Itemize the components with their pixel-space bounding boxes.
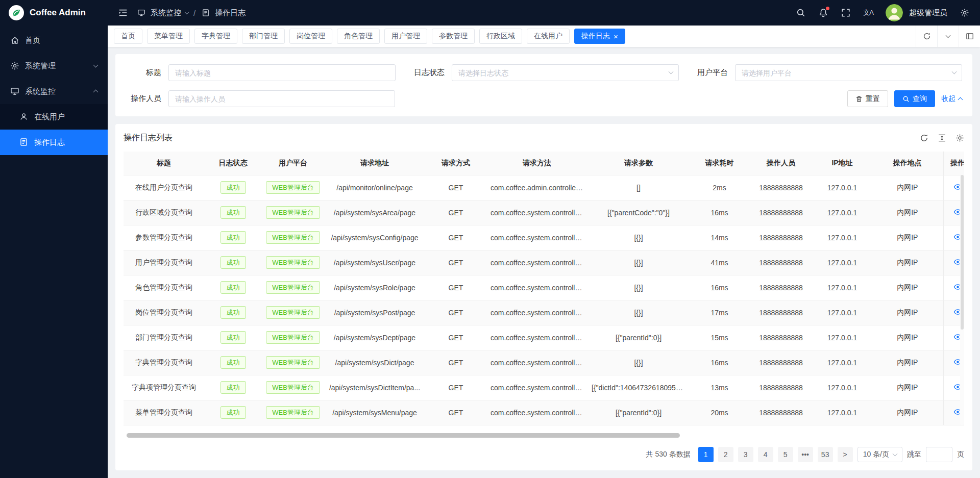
cell-location: 内网IP (872, 250, 943, 275)
cell-request-url: /api/system/sysConfig/page (324, 225, 425, 250)
tab-item[interactable]: 部门管理 (242, 29, 285, 44)
tab-close-icon[interactable]: × (614, 33, 618, 40)
next-page-button[interactable]: > (838, 447, 853, 462)
page-size-select[interactable]: 10 条/页 (857, 447, 902, 462)
vertical-scrollbar[interactable] (960, 175, 964, 425)
table-row: 菜单管理分页查询 成功 WEB管理后台 /api/system/sysMenu/… (124, 400, 964, 425)
cell-request-function: com.coffee.system.controlle... (486, 325, 587, 350)
column-header: 请求地址 (324, 152, 425, 175)
column-header: 请求方法 (486, 152, 587, 175)
page-number-button[interactable]: 5 (778, 447, 793, 462)
cell-request-function: com.coffee.system.controlle... (486, 350, 587, 375)
cell-operator: 18888888888 (749, 325, 813, 350)
log-table: 标题日志状态用户平台请求地址请求方式请求方法请求参数请求耗时操作人员IP地址操作… (124, 152, 964, 425)
page-number-button[interactable]: 3 (738, 447, 753, 462)
page-number-button[interactable]: 4 (758, 447, 773, 462)
horizontal-scrollbar[interactable] (125, 433, 963, 438)
tab-item[interactable]: 字典管理 (194, 29, 237, 44)
user-icon (19, 112, 29, 121)
notification-bell-icon[interactable] (818, 8, 828, 18)
sidebar-item-system-management[interactable]: 系统管理 (0, 53, 108, 79)
search-button[interactable]: 查询 (894, 90, 935, 107)
title-input[interactable] (168, 64, 396, 81)
tab-item[interactable]: 菜单管理 (147, 29, 190, 44)
sidebar-item-label: 操作日志 (34, 138, 65, 147)
tab-bar: 首页 菜单管理 字典管理 部门管理 岗位管理 角色管理 用户管理 参数管理 行政… (108, 26, 980, 47)
cell-request-method: GET (425, 225, 486, 250)
log-status-select[interactable] (452, 64, 679, 81)
cell-status: 成功 (204, 300, 262, 325)
tab-item[interactable]: 在线用户 (527, 29, 570, 44)
tab-item[interactable]: 操作日志 × (574, 29, 625, 44)
chevron-up-icon (93, 90, 99, 95)
page-number-button[interactable]: 1 (698, 447, 714, 462)
cell-operator: 18888888888 (749, 350, 813, 375)
cell-request-method: GET (425, 175, 486, 200)
page-number-button[interactable]: 2 (718, 447, 733, 462)
table-header-row: 标题日志状态用户平台请求地址请求方式请求方法请求参数请求耗时操作人员IP地址操作… (124, 152, 964, 175)
menu-collapse-icon[interactable] (118, 8, 128, 18)
tab-item[interactable]: 岗位管理 (289, 29, 332, 44)
tab-label: 首页 (121, 32, 135, 41)
breadcrumb: 系统监控 / 操作日志 (136, 8, 246, 18)
cell-duration: 16ms (690, 275, 749, 300)
platform-badge: WEB管理后台 (266, 331, 320, 344)
tab-item[interactable]: 参数管理 (432, 29, 475, 44)
user-platform-select[interactable] (735, 64, 962, 81)
filter-panel: 标题 日志状态 用户平台 (115, 54, 972, 116)
sidebar-item-label: 首页 (25, 36, 40, 45)
platform-badge: WEB管理后台 (266, 281, 320, 294)
horizontal-scrollbar-thumb[interactable] (127, 433, 680, 438)
cell-operator: 18888888888 (749, 275, 813, 300)
collapse-toggle[interactable]: 收起 (941, 94, 962, 104)
reset-button[interactable]: 重置 (847, 90, 888, 107)
jump-page-input[interactable] (926, 447, 952, 462)
username[interactable]: 超级管理员 (909, 8, 947, 18)
table-settings-icon[interactable] (955, 134, 964, 142)
search-button-label: 查询 (913, 94, 927, 104)
table-refresh-icon[interactable] (920, 134, 928, 142)
tabs-refresh-icon[interactable] (916, 26, 937, 47)
trash-icon (855, 95, 863, 103)
breadcrumb-section[interactable]: 系统监控 (151, 8, 181, 18)
platform-badge: WEB管理后台 (266, 406, 320, 419)
logo[interactable]: Coffee Admin (0, 0, 108, 26)
cell-request-url: /api/system/sysMenu/page (324, 400, 425, 425)
tabs-menu-chevron-icon[interactable] (937, 26, 959, 47)
table-density-icon[interactable] (938, 134, 946, 142)
page-size-value: 10 条/页 (863, 450, 889, 459)
cell-request-function: com.coffee.admin.controller... (486, 175, 587, 200)
cell-ip: 127.0.0.1 (813, 225, 872, 250)
chevron-down-icon (893, 451, 898, 457)
sidebar-item-system-monitor[interactable]: 系统监控 (0, 79, 108, 104)
content-expand-icon[interactable] (959, 26, 980, 47)
sidebar-item-home[interactable]: 首页 (0, 28, 108, 53)
settings-gear-icon[interactable] (960, 8, 970, 18)
cell-request-function: com.coffee.system.controlle... (486, 375, 587, 400)
tab-item[interactable]: 首页 (114, 29, 142, 44)
fullscreen-icon[interactable] (841, 8, 851, 18)
page-number-button[interactable]: ••• (798, 447, 813, 462)
cell-request-params: [] (587, 175, 690, 200)
avatar[interactable] (886, 4, 903, 21)
status-badge: 成功 (220, 306, 246, 319)
sidebar-item-online-users[interactable]: 在线用户 (0, 104, 108, 130)
tab-item[interactable]: 行政区域 (479, 29, 522, 44)
breadcrumb-log-icon (201, 8, 211, 18)
tab-label: 操作日志 (581, 32, 610, 41)
search-icon[interactable] (796, 8, 806, 18)
topbar: 系统监控 / 操作日志 文A (108, 0, 980, 26)
tab-item[interactable]: 角色管理 (337, 29, 380, 44)
page-number-button[interactable]: 53 (818, 447, 833, 462)
cell-platform: WEB管理后台 (262, 400, 324, 425)
chevron-up-icon (958, 97, 963, 102)
language-icon[interactable]: 文A (863, 8, 873, 18)
operator-input[interactable] (168, 90, 395, 107)
breadcrumb-page: 操作日志 (215, 8, 246, 18)
cell-ip: 127.0.0.1 (813, 250, 872, 275)
cell-operator: 18888888888 (749, 400, 813, 425)
tab-item[interactable]: 用户管理 (384, 29, 427, 44)
vertical-scrollbar-thumb[interactable] (961, 175, 964, 330)
cell-status: 成功 (204, 350, 262, 375)
sidebar-item-operation-logs[interactable]: 操作日志 (0, 130, 108, 155)
